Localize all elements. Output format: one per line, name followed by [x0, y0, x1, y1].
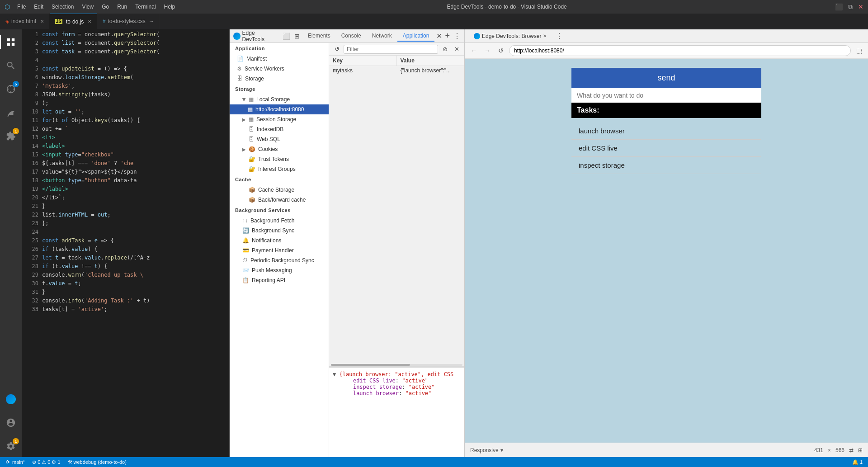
- sidebar-cookies[interactable]: ▶ 🍪 Cookies: [230, 144, 329, 154]
- expand-arrow-icon: ▶: [242, 98, 247, 101]
- menu-selection[interactable]: Selection: [48, 3, 77, 11]
- activity-run[interactable]: [0, 102, 22, 123]
- sidebar-bg-sync-label: Background Sync: [252, 227, 294, 234]
- sidebar-notifications[interactable]: 🔔 Notifications: [230, 236, 329, 245]
- session-storage-icon: ▦: [249, 116, 254, 123]
- service-workers-icon: ⚙: [237, 66, 242, 72]
- titlebar-left: ⬡ File Edit Selection View Go Run Termin…: [5, 3, 179, 11]
- sidebar-local-storage[interactable]: ▶ ▦ Local Storage: [230, 94, 329, 104]
- sidebar-payment-handler[interactable]: 💳 Payment Handler: [230, 245, 329, 255]
- sidebar-push-messaging-label: Push Messaging: [252, 267, 292, 274]
- refresh-icon[interactable]: ↺: [332, 44, 342, 54]
- tab-index-html[interactable]: ◈ index.html ✕: [0, 14, 50, 29]
- maximize-button[interactable]: ⧉: [848, 3, 853, 11]
- sidebar-session-storage[interactable]: ▶ ▦ Session Storage: [230, 114, 329, 124]
- code-editor[interactable]: 12345 678910 1112131415 1617181920 21222…: [22, 29, 229, 457]
- app-task-input[interactable]: [577, 92, 756, 99]
- menu-terminal[interactable]: Terminal: [132, 3, 159, 11]
- sidebar-bfcache[interactable]: ▶ 📦 Back/forward cache: [230, 195, 329, 205]
- tab-console[interactable]: Console: [336, 31, 367, 42]
- sidebar-web-sql-label: Web SQL: [257, 136, 280, 142]
- storage-section-header: Storage: [230, 84, 329, 94]
- sidebar-periodic-sync[interactable]: ⏱ Periodic Background Sync: [230, 255, 329, 265]
- menu-file[interactable]: File: [14, 3, 29, 11]
- sidebar-indexeddb[interactable]: ▶ 🗄 IndexedDB: [230, 124, 329, 134]
- sidebar-bg-fetch[interactable]: ↑↓ Background Fetch: [230, 216, 329, 226]
- sidebar-interest-groups[interactable]: ▶ 🔐 Interest Groups: [230, 164, 329, 174]
- scrollbar-thumb: [331, 364, 410, 366]
- debug-icon: ⚒: [68, 459, 72, 465]
- tab-todo-js[interactable]: JS to-do.js ✕: [50, 14, 98, 29]
- menu-view[interactable]: View: [78, 3, 97, 11]
- branch-name: main*: [12, 459, 25, 465]
- tab-close-icon[interactable]: ···: [150, 19, 153, 24]
- sidebar-localhost-label: http://localhost:8080: [255, 106, 304, 113]
- browser-tab[interactable]: Edge DevTools: Browser ✕: [468, 31, 552, 41]
- tab-close-icon[interactable]: ✕: [40, 19, 44, 24]
- responsive-selector[interactable]: Responsive ▾: [470, 447, 503, 453]
- fit-screen-icon[interactable]: ⊞: [858, 447, 863, 453]
- url-input[interactable]: [509, 45, 851, 56]
- horizontal-scrollbar[interactable]: [329, 363, 464, 367]
- add-tab-icon[interactable]: +: [445, 31, 450, 41]
- sidebar-session-storage-label: Session Storage: [256, 116, 296, 123]
- sidebar-indexeddb-label: IndexedDB: [257, 126, 283, 132]
- activity-account[interactable]: [0, 412, 22, 434]
- sidebar-manifest-label: Manifest: [246, 56, 267, 62]
- activity-edge[interactable]: [0, 388, 22, 410]
- devtools-more-icon[interactable]: ⋮: [453, 32, 461, 40]
- activity-explorer[interactable]: [0, 31, 22, 53]
- debug-label: webdebug (demo-to-do): [74, 459, 127, 465]
- tab-close-icon[interactable]: ✕: [88, 19, 91, 24]
- menu-help[interactable]: Help: [160, 3, 179, 11]
- tab-todo-css[interactable]: # to-do-styles.css ···: [97, 14, 159, 29]
- menu-go[interactable]: Go: [98, 3, 113, 11]
- sidebar-service-workers[interactable]: ⚙ Service Workers: [230, 64, 329, 74]
- vscode-logo-icon: ⬡: [5, 3, 10, 10]
- rotate-icon[interactable]: ⇄: [849, 447, 854, 453]
- screenshot-icon[interactable]: ⬚: [854, 45, 864, 56]
- menu-run[interactable]: Run: [113, 3, 131, 11]
- notif-count: 1: [860, 459, 863, 465]
- filter-input[interactable]: [344, 45, 438, 54]
- sidebar-bfcache-label: Back/forward cache: [258, 197, 306, 203]
- sidebar-manifest[interactable]: 📄 Manifest: [230, 54, 329, 64]
- errors-indicator[interactable]: ⊘ 0 ⚠ 0 ⚙ 1: [30, 459, 62, 465]
- sidebar-reporting-api[interactable]: 📋 Reporting API: [230, 275, 329, 285]
- screen-cast-icon[interactable]: ⬜: [281, 31, 292, 42]
- git-branch[interactable]: main*: [4, 459, 27, 465]
- tab-label: index.html: [11, 18, 36, 24]
- sidebar-push-messaging[interactable]: 📨 Push Messaging: [230, 265, 329, 275]
- activity-extensions[interactable]: 1: [0, 125, 22, 147]
- refresh-button[interactable]: ↺: [495, 45, 506, 56]
- tab-network[interactable]: Network: [367, 31, 397, 42]
- sidebar-web-sql[interactable]: ▶ 🗄 Web SQL: [230, 134, 329, 144]
- table-row[interactable]: mytasks {"launch browser":"...: [329, 66, 464, 75]
- inspect-icon[interactable]: ⊞: [292, 31, 302, 42]
- app-header: send: [571, 68, 761, 88]
- back-button[interactable]: ←: [468, 45, 479, 56]
- menu-edit[interactable]: Edit: [30, 3, 47, 11]
- debug-info[interactable]: ⚒ webdebug (demo-to-do): [66, 459, 128, 465]
- sidebar-trust-tokens[interactable]: ▶ 🔐 Trust Tokens: [230, 154, 329, 164]
- sidebar-storage[interactable]: 🗄 Storage: [230, 74, 329, 84]
- sidebar-cache-storage[interactable]: ▶ 📦 Cache Storage: [230, 185, 329, 195]
- activity-settings[interactable]: 1: [0, 435, 22, 457]
- app-input-row: [571, 88, 761, 103]
- browser-more-icon[interactable]: ⋮: [556, 32, 563, 40]
- close-button[interactable]: ✕: [858, 3, 863, 11]
- close-tab-icon[interactable]: ✕: [436, 32, 442, 40]
- minimize-button[interactable]: ⬛: [835, 3, 843, 11]
- browser-tab-close-icon[interactable]: ✕: [543, 33, 547, 38]
- notifications-count[interactable]: 🔔 1: [850, 459, 864, 465]
- activity-git[interactable]: 5: [0, 78, 22, 100]
- activity-search[interactable]: [0, 55, 22, 76]
- forward-button[interactable]: →: [482, 45, 493, 56]
- close-filter-icon[interactable]: ✕: [452, 44, 462, 54]
- sidebar-localhost-8080[interactable]: ▦ http://localhost:8080: [230, 104, 329, 114]
- clear-icon[interactable]: ⊘: [440, 44, 450, 54]
- tab-application[interactable]: Application: [397, 31, 435, 42]
- task-item-2: edit CSS live: [571, 140, 761, 157]
- sidebar-bg-sync[interactable]: 🔄 Background Sync: [230, 226, 329, 236]
- tab-elements[interactable]: Elements: [302, 31, 336, 42]
